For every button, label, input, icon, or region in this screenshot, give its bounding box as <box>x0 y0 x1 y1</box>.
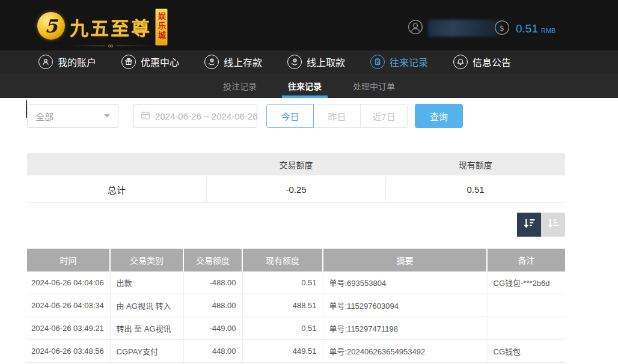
cell-summary: 单号:115297603094 <box>323 294 487 317</box>
date-range-input[interactable]: 2024-06-26 ~ 2024-06-26 <box>133 104 257 128</box>
records-icon <box>370 55 385 69</box>
col-summary: 摘要 <box>323 249 487 271</box>
masked-username <box>428 20 499 37</box>
table-row: 2024-06-26 04:04:06 出款 -488.00 0.51 单号:6… <box>27 271 565 294</box>
cell-type: CGPAY支付 <box>110 340 183 363</box>
cell-balance: 449.51 <box>242 340 323 363</box>
range-today-button[interactable]: 今日 <box>266 104 314 128</box>
filter-bar: 全部 2024-06-26 ~ 2024-06-26 今日 昨日 近7日 查询 <box>27 104 565 128</box>
flourish-ornament-icon: ∞ <box>70 42 151 49</box>
table-row: 2024-06-26 04:03:34 由 AG视讯 转入 488.00 488… <box>27 294 565 317</box>
summary-table: 交易额度 现有额度 总计 -0.25 0.51 <box>27 153 565 203</box>
cell-time: 2024-06-26 03:49:21 <box>27 317 110 340</box>
nav-label: 线上存款 <box>224 55 262 69</box>
cell-type: 出款 <box>110 271 183 294</box>
cell-trade-amount: -488.00 <box>183 271 242 294</box>
subtab-label: 投注记录 <box>223 80 257 92</box>
balance-currency: RMB <box>541 27 555 34</box>
subtab-label: 往来记录 <box>288 80 322 92</box>
table-row: 2024-06-26 03:48:56 CGPAY支付 448.00 449.5… <box>27 340 565 363</box>
subtab-label: 处理中订单 <box>353 80 395 92</box>
transactions-table: 时间 交易类别 交易额度 现有额度 摘要 备注 2024-06-26 04:04… <box>27 249 565 363</box>
nav-item-transaction-records[interactable]: 往来记录 <box>370 55 428 69</box>
cell-balance: 488.51 <box>242 294 323 317</box>
summary-header-row: 交易额度 现有额度 <box>27 153 565 176</box>
tab-transaction-records[interactable]: 往来记录 <box>284 73 325 98</box>
svg-text:$: $ <box>500 23 504 32</box>
tab-bet-records[interactable]: 投注记录 <box>219 73 260 98</box>
withdraw-icon: $ <box>287 55 302 69</box>
cell-time: 2024-06-26 04:03:34 <box>27 294 110 317</box>
nav-item-withdraw[interactable]: $ 线上取款 <box>287 55 345 69</box>
cell-trade-amount: 488.00 <box>183 294 242 317</box>
summary-total-trade-amount: -0.25 <box>206 176 385 202</box>
summary-col-trade-amount: 交易额度 <box>206 153 385 176</box>
nav-label: 往来记录 <box>390 55 428 69</box>
tab-pending-orders[interactable]: 处理中订单 <box>349 73 399 98</box>
gift-icon <box>121 55 136 69</box>
nav-item-my-account[interactable]: 我的账户 <box>38 55 96 69</box>
svg-text:$: $ <box>294 59 296 62</box>
cell-summary: 单号:202406263654953492 <box>323 340 487 363</box>
balance-amount: 0.51 <box>516 22 538 35</box>
brand-name: 九五至尊 <box>70 13 151 40</box>
select-value: 全部 <box>35 110 54 123</box>
cell-trade-amount: 448.00 <box>183 340 242 363</box>
summary-col-balance: 现有额度 <box>386 153 565 176</box>
wallet-balance[interactable]: $ 0.51 RMB <box>494 20 555 38</box>
cell-note <box>487 317 565 340</box>
dollar-coin-icon: $ <box>494 20 510 38</box>
cell-time: 2024-06-26 04:04:06 <box>27 271 110 294</box>
deposit-icon <box>204 55 219 69</box>
quick-range-group: 今日 昨日 近7日 <box>266 104 408 128</box>
cell-note: CG钱包 <box>487 340 565 363</box>
col-note: 备注 <box>487 249 565 271</box>
cell-time: 2024-06-26 03:48:56 <box>27 340 110 363</box>
calendar-icon <box>141 111 150 122</box>
user-account-chip[interactable] <box>408 19 499 37</box>
nav-item-deposit[interactable]: 线上存款 <box>204 55 262 69</box>
cell-note <box>487 294 565 317</box>
col-type: 交易类别 <box>110 249 183 271</box>
records-subnav: 投注记录 往来记录 处理中订单 <box>0 73 618 98</box>
cell-note: CG钱包-***2b6d <box>487 271 565 294</box>
site-header: 5 九五至尊 ∞ 娱乐城 $ 0.51 R <box>0 0 618 50</box>
text-cursor <box>26 100 27 118</box>
cell-summary: 单号:693553804 <box>323 271 487 294</box>
user-circle-icon <box>38 55 53 69</box>
search-button[interactable]: 查询 <box>415 104 463 128</box>
cell-summary: 单号:115297471198 <box>323 317 487 340</box>
col-trade-amount: 交易额度 <box>183 249 242 271</box>
summary-total-label: 总计 <box>27 176 206 202</box>
nav-label: 信息公告 <box>473 55 511 69</box>
nav-label: 我的账户 <box>58 55 96 69</box>
sort-ascending-icon <box>546 217 560 232</box>
chevron-down-icon <box>104 114 110 118</box>
col-time: 时间 <box>27 249 110 271</box>
sort-descending-icon <box>522 217 536 232</box>
table-row: 2024-06-26 03:49:21 转出 至 AG视讯 -449.00 0.… <box>27 317 565 340</box>
user-icon <box>408 19 423 37</box>
summary-total-balance: 0.51 <box>386 176 565 202</box>
date-range-value: 2024-06-26 ~ 2024-06-26 <box>155 111 258 121</box>
range-last7days-button[interactable]: 近7日 <box>360 104 408 128</box>
brand-badge: 娱乐城 <box>155 8 168 46</box>
nav-item-announcements[interactable]: 信息公告 <box>453 55 511 69</box>
site-logo[interactable]: 5 九五至尊 ∞ 娱乐城 <box>37 7 168 49</box>
nav-label: 优惠中心 <box>141 55 179 69</box>
transaction-type-select[interactable]: 全部 <box>27 104 118 128</box>
sort-descending-button[interactable] <box>517 213 541 237</box>
range-yesterday-button[interactable]: 昨日 <box>313 104 361 128</box>
cell-type: 转出 至 AG视讯 <box>110 317 183 340</box>
summary-col-empty <box>27 153 206 176</box>
nav-label: 线上取款 <box>307 55 345 69</box>
sort-ascending-button[interactable] <box>541 213 565 237</box>
main-content: 全部 2024-06-26 ~ 2024-06-26 今日 昨日 近7日 查询 <box>27 104 565 363</box>
cell-trade-amount: -449.00 <box>183 317 242 340</box>
sort-controls <box>27 213 565 237</box>
summary-total-row: 总计 -0.25 0.51 <box>27 176 565 202</box>
col-balance: 现有额度 <box>242 249 323 271</box>
coin-logo-icon: 5 <box>37 12 65 40</box>
nav-item-promotions[interactable]: 优惠中心 <box>121 55 179 69</box>
bell-icon <box>453 55 468 69</box>
